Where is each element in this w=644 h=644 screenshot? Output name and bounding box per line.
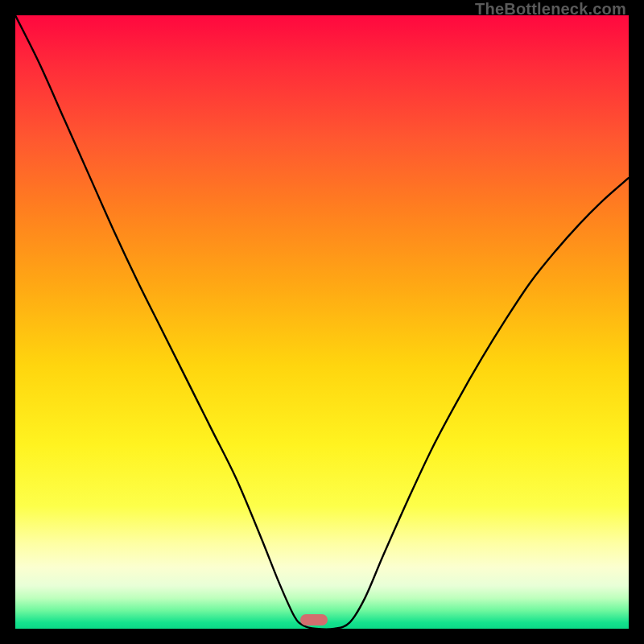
optimal-marker (300, 614, 328, 625)
watermark-text: TheBottleneck.com (475, 0, 626, 19)
chart-frame: TheBottleneck.com (0, 0, 644, 644)
plot-area (15, 15, 629, 629)
bottleneck-curve (15, 15, 629, 629)
